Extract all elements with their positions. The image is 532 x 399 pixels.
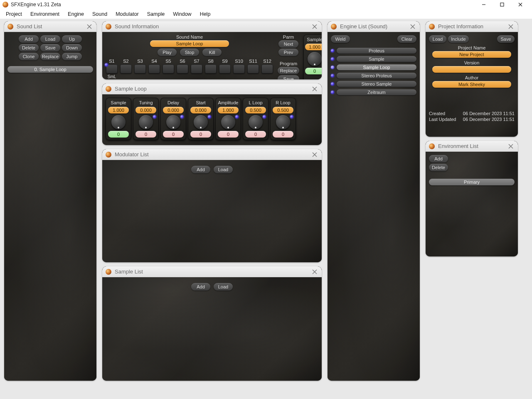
author-field[interactable]: Mark Sheeky [432,81,511,88]
slot-s8[interactable] [205,64,217,74]
menu-project[interactable]: Project [2,10,26,18]
slot-s5[interactable] [163,64,174,74]
slot-s3[interactable] [134,64,146,74]
environment-list-item[interactable]: Primary [429,179,515,185]
replace-button[interactable]: Replace [40,53,60,60]
menu-sample[interactable]: Sample [143,10,169,18]
knob[interactable] [139,115,153,129]
knob[interactable] [166,115,180,129]
slot-s2[interactable] [120,64,132,74]
panel-icon [429,143,435,149]
load-button[interactable]: Load [429,35,446,43]
engine-list-item[interactable]: Stereo Proteus [331,72,416,79]
slot-s6[interactable] [177,64,188,74]
knob[interactable] [111,115,126,129]
sample-int-value[interactable]: 0 [305,68,322,74]
add-button[interactable]: Add [191,283,210,291]
knob[interactable] [194,115,208,129]
add-button[interactable]: Add [429,155,448,163]
slot-s4[interactable] [148,64,160,74]
knob-int[interactable]: 0 [273,131,293,138]
knob[interactable] [249,115,263,129]
load-button[interactable]: Load [214,166,233,173]
engine-list-item[interactable]: Proteus [331,47,416,54]
delete-button[interactable]: Delete [19,44,39,52]
weld-button[interactable]: Weld [331,35,350,43]
add-button[interactable]: Add [191,166,210,173]
up-button[interactable]: Up [62,35,82,43]
menu-window[interactable]: Window [169,10,195,18]
knob-value[interactable]: 0.000 [190,107,211,113]
knob[interactable] [221,115,235,129]
sound-name-field[interactable]: Sample Loop [150,40,229,47]
panel-close-button[interactable] [409,23,416,30]
panel-engine-list: Engine List (Sound) Weld Clear Proteus S… [328,21,420,381]
clear-button[interactable]: Clear [397,35,416,43]
panel-icon [106,269,111,275]
play-button[interactable]: Play [158,49,177,56]
kill-button[interactable]: Kill [202,49,222,56]
slot-s12[interactable] [261,64,273,74]
next-button[interactable]: Next [278,40,298,48]
include-button[interactable]: Include [448,35,469,43]
engine-list-item[interactable]: Stereo Sample [331,80,416,88]
sample-knob[interactable] [308,52,322,66]
panel-environment-list: Environment List Add Delete Primary [426,141,518,256]
delete-button[interactable]: Delete [429,164,448,171]
load-button[interactable]: Load [214,283,233,291]
sample-value[interactable]: 1.000 [305,44,322,50]
save-button[interactable]: Save [40,44,60,52]
knob-value[interactable]: 1.000 [108,107,129,113]
slot-s11[interactable] [247,64,259,74]
knob-int[interactable]: 0 [108,131,129,138]
load-button[interactable]: Load [40,35,60,43]
window-minimize-button[interactable] [475,0,493,9]
menu-modulator[interactable]: Modulator [111,10,143,18]
knob-value[interactable]: 0.500 [245,107,266,113]
knob-int[interactable]: 0 [245,131,266,138]
version-field[interactable] [432,66,511,73]
menu-environment[interactable]: Environment [26,10,64,18]
prev-button[interactable]: Prev [278,49,298,56]
knob-int[interactable]: 0 [163,131,184,138]
knob-value[interactable]: 0.500 [273,107,293,113]
project-name-field[interactable]: New Project [432,51,511,58]
knob-int[interactable]: 0 [218,131,239,138]
engine-list-item[interactable]: Zeitraum [331,89,416,96]
jump-button[interactable]: Jump [62,53,82,60]
knob-value[interactable]: 0.000 [163,107,184,113]
panel-title: Sample List [115,268,143,275]
panel-close-button[interactable] [507,23,515,30]
save-button[interactable]: Save [497,35,515,43]
replace-button[interactable]: Replace [278,67,299,74]
slot-s10[interactable] [233,64,245,74]
save-button[interactable]: Save [278,75,299,79]
add-button[interactable]: Add [19,35,39,43]
menu-sound[interactable]: Sound [88,10,111,18]
panel-close-button[interactable] [507,143,515,150]
panel-close-button[interactable] [311,268,318,276]
knob-int[interactable]: 0 [135,131,156,138]
menu-engine[interactable]: Engine [64,10,88,18]
menu-help[interactable]: Help [196,10,215,18]
engine-list-item[interactable]: Sample [331,55,416,63]
knob-led-icon [208,115,211,118]
panel-close-button[interactable] [86,23,93,30]
knob-led-icon [263,115,266,118]
sound-list-item[interactable]: 0. Sample Loop [7,66,93,73]
engine-list-item[interactable]: Sample Loop [331,64,416,71]
window-maximize-button[interactable] [493,0,511,9]
panel-close-button[interactable] [311,85,318,93]
down-button[interactable]: Down [62,44,82,52]
clone-button[interactable]: Clone [19,53,39,60]
knob-value[interactable]: 1.000 [218,107,239,113]
slot-s7[interactable] [191,64,202,74]
stop-button[interactable]: Stop [180,49,199,56]
knob-int[interactable]: 0 [190,131,211,138]
window-close-button[interactable] [511,0,530,9]
panel-close-button[interactable] [311,23,318,30]
panel-close-button[interactable] [311,151,318,158]
knob[interactable] [276,115,290,129]
knob-value[interactable]: 0.000 [135,107,156,113]
slot-s9[interactable] [219,64,231,74]
